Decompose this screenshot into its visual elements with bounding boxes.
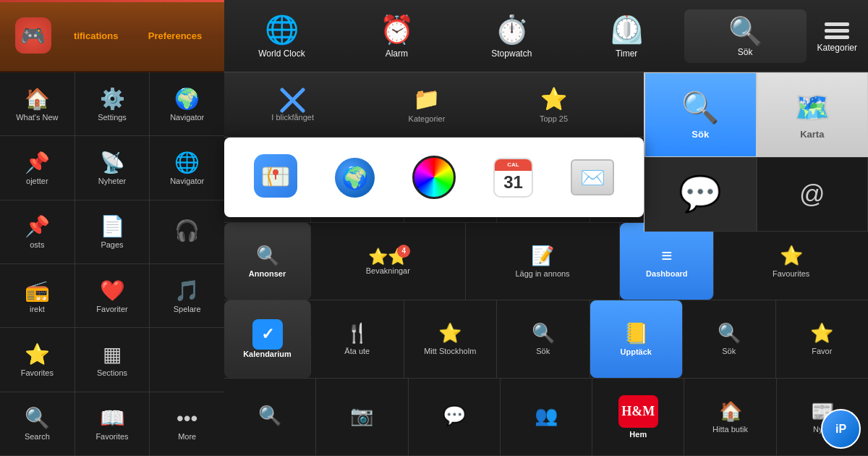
popup-calendar-app[interactable]: CAL 31 [486, 158, 540, 198]
alarm-icon: ⏰ [380, 14, 414, 46]
sidebar-empty3[interactable]: 🎧 [150, 200, 224, 263]
popup-globe-app[interactable]: 🌍 [328, 158, 382, 198]
pages-label: Pages [101, 240, 123, 249]
sidebar-favorites[interactable]: ⭐ Favorites [0, 328, 75, 391]
popup-map-app[interactable] [247, 154, 305, 200]
preferences-button[interactable]: Preferences [141, 27, 209, 45]
kategorier-nav-label: Kategorier [409, 114, 446, 123]
search-panel-karta-button[interactable]: 🗺️ Karta [757, 72, 869, 157]
sok-row3-item[interactable]: 🔍 Sök [497, 300, 590, 378]
lagg-in-annons-item[interactable]: 📝 Lägg in annons [466, 223, 621, 300]
whats-new-label: What's New [16, 113, 58, 122]
globe-app-icon: 🌍 [335, 158, 375, 198]
sidebar-settings[interactable]: ⚙️ Settings [75, 72, 150, 135]
hm-icon: H&M [618, 395, 658, 428]
content-row-2: 🔍 Annonser ⭐⭐ 4 Bevakningar 📝 Lägg in an… [224, 223, 868, 301]
speech-item[interactable]: 💬 [409, 379, 501, 456]
favor-icon: ⭐ [810, 322, 833, 345]
favor-item[interactable]: ⭐ Favor [776, 300, 869, 378]
sidebar-row-1: 🏠 What's New ⚙️ Settings 🌍 Navigator [0, 72, 224, 136]
sidebar-favoriter[interactable]: ❤️ Favoriter [75, 264, 150, 327]
mitt-stockholm-item[interactable]: ⭐ Mitt Stockholm [404, 300, 498, 378]
camera-item[interactable]: 📷 [316, 379, 408, 456]
search-bottom-item[interactable]: 🔍 [224, 379, 316, 456]
app-icon[interactable]: 🎮 [15, 17, 51, 54]
sidebar-sections[interactable]: ▦ Sections [75, 328, 150, 391]
kategorier-top-label: Kategorier [817, 43, 857, 53]
content-row-4: 🔍 📷 💬 👥 H&M Hem [224, 379, 868, 457]
headphones-icon: 🎧 [174, 219, 200, 242]
sidebar-pages[interactable]: 📄 Pages [75, 200, 150, 263]
contacts-icon: 👥 [535, 405, 558, 427]
sidebar-row-3: 📌 osts 📄 Pages 🎧 [0, 200, 224, 264]
hem-label: Hem [629, 430, 647, 439]
sok-row3b-item[interactable]: 🔍 Sök [683, 300, 776, 378]
sidebar-spelare[interactable]: 🎵 Spelare [150, 264, 224, 327]
stopwatch-item[interactable]: ⏱️ Stopwatch [454, 10, 569, 62]
sidebar-row-4: 📻 irekt ❤️ Favoriter 🎵 Spelare [0, 264, 224, 328]
more-icon: ••• [176, 407, 197, 430]
dashboard-label: Dashboard [646, 269, 687, 278]
settings-icon: ⚙️ [100, 87, 125, 111]
nav-topp25[interactable]: ⭐ Topp 25 [529, 83, 579, 127]
contacts-item[interactable]: 👥 [501, 379, 592, 456]
alarm-label: Alarm [386, 48, 408, 59]
navigator-label: Navigator [170, 113, 204, 122]
ata-ute-item[interactable]: 🍴 Äta ute [311, 300, 404, 378]
dashboard-item[interactable]: ≡ Dashboard [620, 223, 714, 300]
calendar-number: 31 [503, 172, 523, 193]
upptack-item[interactable]: 📒 Upptäck [590, 300, 684, 378]
star2-icon: ⭐ [780, 245, 803, 267]
sidebar-bojetter[interactable]: 📌 ojetter [0, 136, 75, 199]
dashboard-icon: ≡ [661, 245, 672, 267]
hitta-butik-item[interactable]: 🏠 Hitta butik [684, 379, 776, 456]
nav-i-blickfanget[interactable]: I blickfånget [260, 84, 325, 125]
sidebar-row-2: 📌 ojetter 📡 Nyheter 🌐 Navigator [0, 136, 224, 200]
sidebar-navigator[interactable]: 🌍 Navigator [150, 72, 224, 135]
home-icon: 🏠 [25, 87, 50, 111]
calendar-app-icon: CAL 31 [493, 158, 533, 198]
main-area: 🏠 What's New ⚙️ Settings 🌍 Navigator 📌 o… [0, 72, 868, 456]
sidebar-bookfavorites[interactable]: 📖 Favorites [75, 392, 150, 455]
sidebar-empty5[interactable] [150, 328, 224, 391]
sok-item[interactable]: 🔍 Sök [684, 9, 807, 63]
sidebar-whats-new[interactable]: 🏠 What's New [0, 72, 75, 135]
envelope-app-icon: ✉️ [571, 159, 614, 195]
search-label: Search [25, 432, 50, 441]
svg-rect-0 [825, 22, 849, 26]
popup-colorwheel-app[interactable] [405, 156, 463, 199]
nav-kategorier[interactable]: 📁 Kategorier [398, 83, 456, 127]
kategorier-top-item[interactable]: Kategorier [807, 16, 868, 56]
sidebar-nyheter[interactable]: 📡 Nyheter [75, 136, 150, 199]
favourites-label: Favourites [773, 269, 809, 278]
sidebar-navigator2[interactable]: 🌐 Navigator [150, 136, 224, 199]
bevakningar-item[interactable]: ⭐⭐ 4 Bevakningar [311, 223, 466, 300]
bojetter-label: ojetter [26, 177, 48, 185]
sidebar-more[interactable]: ••• More [150, 392, 224, 455]
spelare-label: Spelare [174, 305, 201, 313]
world-clock-label: World Clock [258, 48, 305, 59]
search-panel-sok-button[interactable]: 🔍 Sök [644, 72, 757, 157]
sections-label: Sections [97, 368, 127, 377]
sidebar-search[interactable]: 🔍 Search [0, 392, 75, 455]
navigator2-label: Navigator [170, 177, 204, 185]
map-app-icon [254, 154, 297, 198]
notifications-button[interactable]: tifications [67, 27, 125, 45]
sidebar-row-6: 🔍 Search 📖 Favorites ••• More [0, 392, 224, 456]
favourites-item[interactable]: ⭐ Favourites [714, 223, 868, 300]
sidebar-direkt[interactable]: 📻 irekt [0, 264, 75, 327]
sidebar-posts[interactable]: 📌 osts [0, 200, 75, 263]
app-header: 🎮 tifications Preferences [0, 0, 224, 72]
world-clock-item[interactable]: 🌐 World Clock [224, 10, 339, 62]
karta-label: Karta [800, 129, 824, 140]
kalendarium-item[interactable]: ✓ Kalendarium [224, 300, 311, 378]
search-bottom-icon: 🔍 [258, 405, 281, 427]
svg-rect-2 [825, 35, 849, 39]
pages-icon: 📄 [100, 214, 125, 238]
popup-envelope-app[interactable]: ✉️ [563, 159, 621, 195]
hm-item[interactable]: H&M Hem [592, 379, 684, 456]
book-icon: 📖 [100, 406, 125, 430]
timer-item[interactable]: ⏲️ Timer [569, 10, 684, 62]
alarm-item[interactable]: ⏰ Alarm [339, 10, 454, 62]
annonser-item[interactable]: 🔍 Annonser [224, 223, 311, 300]
